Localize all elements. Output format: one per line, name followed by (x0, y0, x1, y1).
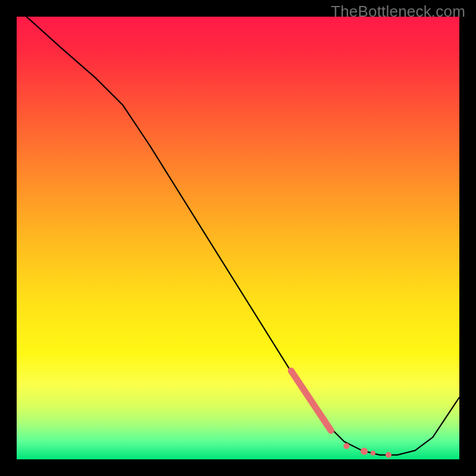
chart-container: TheBottleneck.com (0, 0, 476, 476)
bottleneck-curve (17, 17, 459, 455)
highlight-dot (371, 451, 375, 456)
highlight-segment (291, 371, 331, 430)
chart-overlay-svg (17, 17, 459, 459)
highlight-markers (291, 371, 392, 458)
plot-area (17, 17, 459, 459)
highlight-dot (343, 443, 349, 449)
highlight-dot (386, 452, 392, 458)
highlight-dot (361, 448, 368, 455)
watermark-text: TheBottleneck.com (331, 2, 465, 21)
